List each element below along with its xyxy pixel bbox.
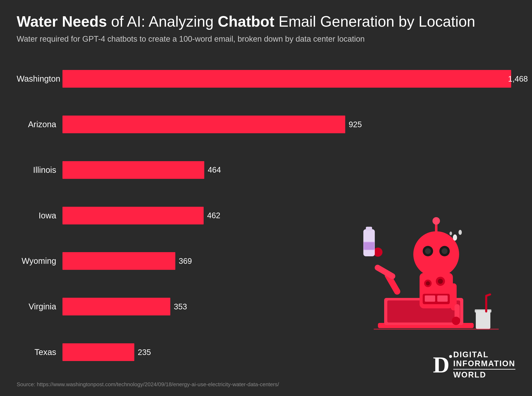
bar-label: Arizona <box>17 120 63 129</box>
bar-label: Wyoming <box>17 256 63 266</box>
robot-illustration <box>357 202 503 358</box>
svg-rect-27 <box>364 242 374 250</box>
bar-value-label: 462 <box>207 211 220 220</box>
logo-area: D DIGITAL INFORMATION WORLD <box>433 350 515 379</box>
bar-label: Texas <box>17 348 63 357</box>
logo-text-block: DIGITAL INFORMATION WORLD <box>453 350 515 379</box>
bar-fill: 462 <box>63 207 204 224</box>
svg-rect-31 <box>476 310 490 329</box>
svg-rect-9 <box>425 295 435 302</box>
bar-fill: 464 <box>63 161 204 179</box>
bar-row: Arizona925 <box>17 112 511 137</box>
bar-fill: 353 <box>63 298 170 315</box>
bar-container: 464 <box>63 161 511 179</box>
bar-label: Washington <box>17 74 63 83</box>
svg-point-5 <box>426 281 430 285</box>
source-text: Source: https://www.washingtonpost.com/t… <box>17 379 515 388</box>
svg-rect-34 <box>485 293 492 297</box>
bar-row: Illinois464 <box>17 157 511 182</box>
bar-value-label: 464 <box>208 166 221 175</box>
logo-line1: DIGITAL <box>453 350 515 359</box>
svg-rect-22 <box>374 264 396 280</box>
svg-rect-33 <box>485 296 487 313</box>
bar-value-label: 369 <box>179 256 192 265</box>
bar-fill: 925 <box>63 116 345 133</box>
bar-value-label: 235 <box>138 348 151 357</box>
svg-rect-32 <box>475 309 491 313</box>
bar-value-label: 925 <box>349 120 362 129</box>
logo-dot <box>449 355 452 358</box>
chart-area: Washington1,468Arizona925Illinois464Iowa… <box>17 56 515 375</box>
svg-rect-10 <box>437 295 448 302</box>
svg-point-20 <box>433 217 440 225</box>
svg-point-16 <box>453 234 457 241</box>
bar-row: Washington1,468 <box>17 66 511 91</box>
bar-container: 1,468 <box>63 70 511 88</box>
bar-label: Iowa <box>17 211 63 220</box>
page-title: Water Needs of AI: Analyzing Chatbot Ema… <box>17 12 515 30</box>
bar-value-label: 353 <box>174 302 187 311</box>
bar-label: Virginia <box>17 302 63 311</box>
logo-line3: WORLD <box>453 370 515 379</box>
svg-point-13 <box>425 248 431 254</box>
bar-fill: 235 <box>63 343 134 361</box>
subtitle: Water required for GPT-4 chatbots to cre… <box>17 35 515 44</box>
bar-value-label: 1,468 <box>508 74 528 83</box>
bar-fill: 1,468 <box>63 70 511 88</box>
svg-rect-25 <box>366 227 372 230</box>
svg-point-17 <box>458 230 462 235</box>
logo-line2: INFORMATION <box>453 359 515 368</box>
bar-fill: 369 <box>63 252 175 270</box>
svg-point-15 <box>442 248 447 254</box>
bar-container: 925 <box>63 116 511 133</box>
svg-point-30 <box>452 317 460 325</box>
bar-label: Illinois <box>17 165 63 175</box>
svg-point-11 <box>413 231 459 277</box>
svg-point-18 <box>450 232 452 235</box>
logo-letter: D <box>433 352 449 378</box>
svg-point-7 <box>438 279 443 284</box>
logo-divider <box>453 369 515 370</box>
